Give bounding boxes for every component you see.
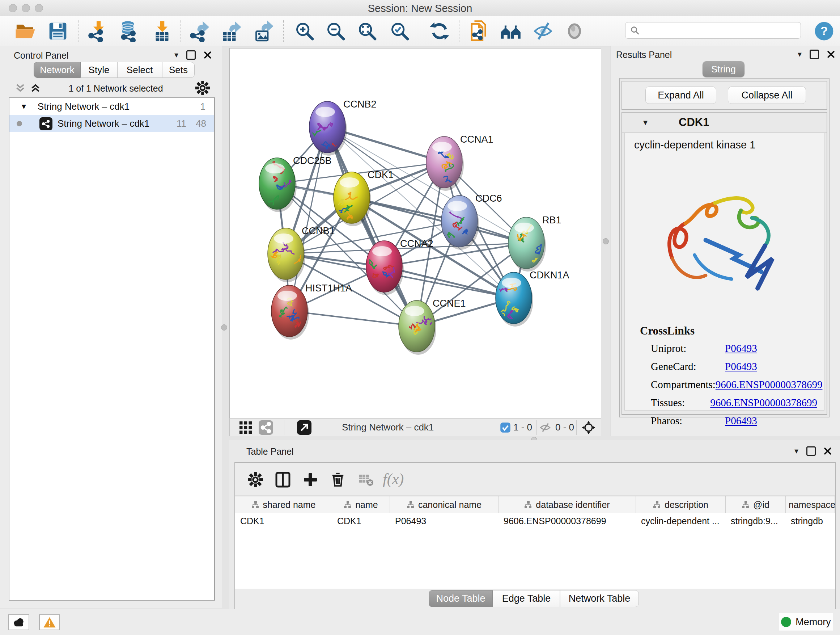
create-column-button[interactable] <box>300 470 321 490</box>
table-cell[interactable]: 9606.ENSP00000378699 <box>499 513 636 529</box>
tab-node-table[interactable]: Node Table <box>429 590 493 607</box>
show-columns-button[interactable] <box>273 470 293 490</box>
column-header-description[interactable]: description <box>636 496 726 513</box>
refresh-layout-button[interactable] <box>428 19 451 43</box>
tab-edge-table[interactable]: Edge Table <box>493 590 560 607</box>
tab-network[interactable]: Network <box>34 62 81 78</box>
import-network-button[interactable] <box>87 19 110 43</box>
left-splitter-handle[interactable] <box>221 325 227 331</box>
tab-sets[interactable]: Sets <box>162 62 195 78</box>
help-button[interactable]: ? <box>813 19 836 43</box>
node-label-RB1: RB1 <box>542 215 561 226</box>
footer-separator <box>284 420 284 435</box>
table-cell[interactable]: stringdb:9... <box>726 513 786 529</box>
float-panel-icon[interactable] <box>806 447 816 456</box>
table-cell[interactable]: CDK1 <box>332 513 390 529</box>
table-options-gear-button[interactable] <box>245 470 265 490</box>
memory-label: Memory <box>796 616 831 628</box>
column-header-canonical-name[interactable]: canonical name <box>390 496 499 513</box>
open-in-new-window-button[interactable] <box>297 420 311 435</box>
export-image-button[interactable] <box>252 19 275 43</box>
tab-network-table[interactable]: Network Table <box>560 590 639 607</box>
network-node-CCNB2[interactable]: CCNB2 <box>306 99 377 156</box>
float-panel-icon[interactable] <box>186 50 196 60</box>
memory-button[interactable]: Memory <box>779 613 833 631</box>
birds-eye-view-button[interactable] <box>238 420 253 435</box>
search-field[interactable] <box>625 22 801 39</box>
network-options-gear-icon[interactable] <box>195 81 210 97</box>
homes-button[interactable] <box>500 19 523 43</box>
table-cell[interactable]: P06493 <box>390 513 499 529</box>
network-canvas[interactable]: CCNB2CCNA1CDC25BCDK1CDC6RB1CCNB1CCNA2CDK… <box>229 48 601 418</box>
panel-menu-icon[interactable]: ▾ <box>798 50 802 58</box>
fit-selected-crosshair-button[interactable] <box>581 420 596 435</box>
table-cell[interactable]: cyclin-dependent ... <box>636 513 726 529</box>
float-panel-icon[interactable] <box>810 50 819 59</box>
network-row-selected[interactable]: String Network – cdk1 11 48 <box>9 115 214 132</box>
network-share-button[interactable] <box>259 420 273 435</box>
network-node-CCNE1[interactable]: CCNE1 <box>399 298 466 355</box>
column-header-name[interactable]: name <box>332 496 390 513</box>
export-table-button[interactable] <box>219 19 243 43</box>
tab-select[interactable]: Select <box>117 62 162 78</box>
collapse-all-button[interactable]: Collapse All <box>728 87 806 104</box>
cloud-button[interactable] <box>8 614 29 630</box>
delete-column-button[interactable] <box>328 470 348 490</box>
column-header--id[interactable]: @id <box>726 496 786 513</box>
table-cell[interactable]: stringdb <box>786 513 835 529</box>
import-database-button[interactable] <box>117 19 141 43</box>
export-network-button[interactable] <box>188 19 212 43</box>
panel-menu-icon[interactable]: ▾ <box>174 51 178 59</box>
zoom-fit-button[interactable] <box>355 19 379 43</box>
column-header-database-identifier[interactable]: database identifier <box>499 496 636 513</box>
network-node-CCNB1[interactable]: CCNB1 <box>268 226 335 282</box>
column-header-shared-name[interactable]: shared name <box>235 496 332 513</box>
network-node-CDKN1A[interactable]: CDKN1A <box>496 270 569 326</box>
save-session-button[interactable] <box>46 19 69 43</box>
hidden-eye-icon[interactable] <box>538 420 553 435</box>
zoom-in-button[interactable] <box>293 19 316 43</box>
tab-style[interactable]: Style <box>81 62 117 78</box>
close-panel-icon[interactable] <box>204 51 212 59</box>
crosslink-value-link[interactable]: 9606.ENSP00000378699 <box>715 379 823 391</box>
hide-eye-button[interactable] <box>531 19 554 43</box>
document-share-button[interactable] <box>467 19 491 43</box>
right-splitter-handle[interactable] <box>603 238 609 244</box>
crosslink-value-link[interactable]: P06493 <box>725 361 757 372</box>
gene-header-row[interactable]: ▾ CDK1 <box>622 112 827 133</box>
close-panel-icon[interactable] <box>824 447 832 455</box>
selected-checkbox-icon[interactable] <box>498 420 513 435</box>
import-table-button[interactable] <box>150 19 174 43</box>
zoom-out-button[interactable] <box>324 19 347 43</box>
collapse-all-networks-icon[interactable] <box>14 82 26 95</box>
crosslink-value-link[interactable]: P06493 <box>725 415 757 427</box>
network-node-CCNA1[interactable]: CCNA1 <box>426 134 493 191</box>
table-row[interactable]: CDK1CDK1P064939606.ENSP00000378699cyclin… <box>235 513 835 529</box>
column-header-namespace[interactable]: namespace <box>786 496 835 513</box>
hidden-node-edge-counts: 0 - 0 <box>555 422 574 433</box>
panel-menu-icon[interactable]: ▾ <box>794 447 798 455</box>
network-node-RB1[interactable]: RB1 <box>508 215 561 272</box>
expand-all-button[interactable]: Expand All <box>645 87 716 104</box>
network-node-HIST1H1A[interactable]: HIST1H1A <box>271 283 352 340</box>
network-collection-row[interactable]: ▼ String Network – cdk1 1 <box>9 98 214 115</box>
network-graph[interactable]: CCNB2CCNA1CDC25BCDK1CDC6RB1CCNB1CCNA2CDK… <box>230 49 601 418</box>
network-edge-CCNB2-CCNE1[interactable] <box>327 127 417 326</box>
network-node-CDC6[interactable]: CDC6 <box>441 193 502 250</box>
warnings-button[interactable] <box>39 614 60 630</box>
export-image-icon <box>253 20 274 42</box>
close-panel-icon[interactable] <box>827 50 835 58</box>
current-network-dot-icon <box>17 121 22 126</box>
crosslink-value-link[interactable]: 9606.ENSP00000378699 <box>710 397 817 409</box>
search-input[interactable] <box>640 25 793 36</box>
table-cell[interactable]: CDK1 <box>235 513 332 529</box>
show-eye-button[interactable] <box>563 19 586 43</box>
gene-expander-icon[interactable]: ▾ <box>643 118 647 127</box>
zoom-selected-button[interactable] <box>388 19 411 43</box>
crosslink-value-link[interactable]: P06493 <box>725 342 757 355</box>
collection-expander-icon[interactable]: ▼ <box>20 103 27 111</box>
open-session-button[interactable] <box>14 19 37 43</box>
tab-string[interactable]: String <box>703 61 745 77</box>
expand-all-networks-icon[interactable] <box>30 82 41 95</box>
network-node-CDC25B[interactable]: CDC25B <box>259 155 332 212</box>
